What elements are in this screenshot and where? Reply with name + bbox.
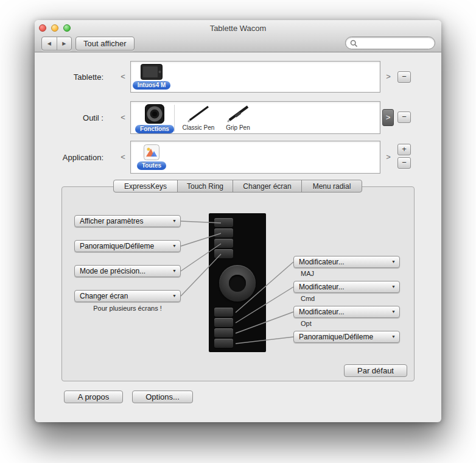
expresskey-1 <box>214 218 233 227</box>
tab-expresskeys[interactable]: ExpressKeys <box>113 180 178 193</box>
remove-tablet-button[interactable]: − <box>397 71 411 83</box>
tablet-item[interactable]: Intuos4 M <box>136 64 167 90</box>
tablet-selector: Intuos4 M <box>130 61 380 93</box>
tablet-prev-button[interactable]: < <box>118 71 128 82</box>
popup-key7[interactable]: Modificateur... ▼ <box>293 306 400 318</box>
chevron-down-icon: ▼ <box>391 309 396 314</box>
touch-ring-center <box>229 275 246 292</box>
tool-prev-button[interactable]: < <box>118 112 128 123</box>
tablet-icon <box>141 64 163 80</box>
chevron-down-icon: ▼ <box>172 294 177 298</box>
expresskey-7 <box>214 328 233 338</box>
application-prev-button[interactable]: < <box>118 152 128 163</box>
classic-pen-label: Classic Pen <box>183 124 215 131</box>
tool-item-grip-pen[interactable]: Grip Pen <box>221 105 255 131</box>
nav-segmented-control: ◀ ▶ <box>41 37 72 51</box>
settings-tabs: ExpressKeys Touch Ring Changer écran Men… <box>113 180 362 193</box>
show-all-button[interactable]: Tout afficher <box>75 37 135 51</box>
forward-button[interactable]: ▶ <box>57 37 72 50</box>
window-title: Tablette Wacom <box>35 24 441 33</box>
search-input[interactable] <box>360 38 434 49</box>
grip-pen-icon <box>225 105 251 123</box>
chevron-down-icon: ▼ <box>391 334 396 339</box>
popup-key6-label: Modificateur... <box>299 283 345 291</box>
options-button[interactable]: Options... <box>132 391 193 403</box>
popup-key5-label: Modificateur... <box>299 258 345 266</box>
tab-menu-radial[interactable]: Menu radial <box>301 180 362 193</box>
tool-item-fonctions[interactable]: Fonctions <box>138 104 172 133</box>
chevron-down-icon: ▼ <box>391 260 396 264</box>
tool-row-label: Outil : <box>35 113 103 122</box>
application-selector: Toutes <box>130 141 380 174</box>
all-applications-icon <box>144 144 159 160</box>
application-item-label: Toutes <box>137 161 166 170</box>
chevron-down-icon: ▼ <box>172 244 177 248</box>
tool-separator <box>174 105 175 132</box>
remove-application-button[interactable]: − <box>397 157 411 169</box>
key6-modifier-note: Cmd <box>301 295 315 302</box>
default-button[interactable]: Par défaut <box>344 364 407 377</box>
popup-key2-label: Panoramique/Défileme <box>80 242 154 250</box>
touch-ring <box>219 265 256 302</box>
tab-touch-ring[interactable]: Touch Ring <box>177 180 233 193</box>
popup-key1[interactable]: Afficher paramètres ▼ <box>74 215 181 227</box>
back-button[interactable]: ◀ <box>42 37 57 50</box>
tool-item-classic-pen[interactable]: Classic Pen <box>181 105 215 131</box>
tool-selector: Fonctions Classic Pen Grip Pen <box>130 101 380 134</box>
tab-changer-ecran[interactable]: Changer écran <box>233 180 302 193</box>
expresskey-8 <box>214 339 233 348</box>
expresskey-2 <box>214 228 233 238</box>
popup-key8-label: Panoramique/Défileme <box>299 333 373 341</box>
popup-key7-label: Modificateur... <box>299 308 345 316</box>
tablet-row-label: Tablette: <box>35 72 103 82</box>
popup-key3[interactable]: Mode de précision... ▼ <box>74 265 181 277</box>
popup-key3-label: Mode de précision... <box>80 267 145 275</box>
tool-next-button[interactable]: > <box>382 109 394 126</box>
about-button[interactable]: A propos <box>64 391 123 403</box>
title-toolbar: Tablette Wacom ◀ ▶ Tout afficher <box>35 20 441 52</box>
popup-key4-label: Changer écran <box>80 292 128 300</box>
popup-key1-label: Afficher paramètres <box>80 217 144 225</box>
chevron-down-icon: ▼ <box>172 219 177 223</box>
tablet-next-button[interactable]: > <box>383 71 393 82</box>
add-application-button[interactable]: + <box>397 144 411 155</box>
expresskey-4 <box>214 249 233 258</box>
grip-pen-label: Grip Pen <box>226 124 250 131</box>
popup-key6[interactable]: Modificateur... ▼ <box>293 281 400 293</box>
tool-item-label: Fonctions <box>135 125 174 133</box>
application-row-label: Application: <box>35 153 103 162</box>
application-next-button[interactable]: > <box>383 152 393 163</box>
tablet-graphic <box>209 213 266 352</box>
preferences-window: Tablette Wacom ◀ ▶ Tout afficher Tablett… <box>35 20 441 422</box>
expresskey-3 <box>214 239 233 248</box>
popup-key4[interactable]: Changer écran ▼ <box>74 290 181 302</box>
classic-pen-icon <box>185 105 212 123</box>
expresskey-5 <box>214 308 233 317</box>
multi-screen-note: Pour plusieurs écrans ! <box>74 305 181 312</box>
search-field[interactable] <box>345 37 435 49</box>
chevron-down-icon: ▼ <box>391 285 396 289</box>
popup-key2[interactable]: Panoramique/Défileme ▼ <box>74 240 181 252</box>
key5-modifier-note: MAJ <box>301 270 314 277</box>
expresskey-6 <box>214 318 233 327</box>
popup-key8[interactable]: Panoramique/Défileme ▼ <box>293 331 400 343</box>
remove-tool-button[interactable]: − <box>397 111 411 123</box>
functions-icon <box>145 104 164 124</box>
popup-key5[interactable]: Modificateur... ▼ <box>293 256 400 268</box>
application-item[interactable]: Toutes <box>136 144 167 170</box>
key7-modifier-note: Opt <box>301 320 312 327</box>
tablet-item-label: Intuos4 M <box>133 81 171 90</box>
chevron-down-icon: ▼ <box>172 269 177 273</box>
search-icon <box>350 40 358 48</box>
